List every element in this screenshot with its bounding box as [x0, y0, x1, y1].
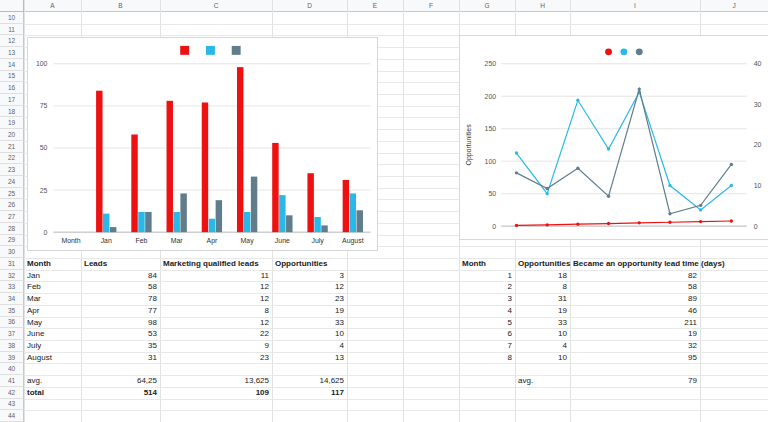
row-header-18[interactable]: 18: [0, 106, 24, 118]
row-header-38[interactable]: 38: [0, 340, 24, 352]
table-cell[interactable]: 4: [459, 305, 515, 317]
table-cell[interactable]: July: [24, 340, 81, 352]
column-header-d[interactable]: D: [272, 0, 347, 12]
table-cell[interactable]: 8: [459, 352, 515, 364]
avg-cell[interactable]: 79: [570, 375, 700, 387]
table-cell[interactable]: 95: [570, 352, 700, 364]
table-cell[interactable]: 35: [81, 340, 160, 352]
table-cell[interactable]: 31: [81, 352, 160, 364]
table-cell[interactable]: June: [24, 328, 81, 340]
table-cell[interactable]: Apr: [24, 305, 81, 317]
table-cell[interactable]: 7: [459, 340, 515, 352]
row-header-32[interactable]: 32: [0, 270, 24, 282]
table-header[interactable]: Opportunities: [272, 258, 347, 270]
row-header-29[interactable]: 29: [0, 235, 24, 247]
row-header-28[interactable]: 28: [0, 223, 24, 235]
table-cell[interactable]: 6: [459, 328, 515, 340]
table-cell[interactable]: 53: [81, 328, 160, 340]
table-cell[interactable]: 11: [160, 270, 272, 282]
row-header-23[interactable]: 23: [0, 164, 24, 176]
row-header-22[interactable]: 22: [0, 153, 24, 165]
table-cell[interactable]: 5: [459, 317, 515, 329]
table-cell[interactable]: 22: [160, 328, 272, 340]
row-header-17[interactable]: 17: [0, 94, 24, 106]
column-header-f[interactable]: F: [403, 0, 459, 12]
table-header[interactable]: Opportunities: [515, 258, 570, 270]
table-cell[interactable]: 3: [272, 270, 347, 282]
table-cell[interactable]: 10: [515, 328, 570, 340]
row-header-20[interactable]: 20: [0, 129, 24, 141]
table-cell[interactable]: 31: [515, 293, 570, 305]
row-header-36[interactable]: 36: [0, 317, 24, 329]
table-cell[interactable]: 12: [160, 317, 272, 329]
row-header-39[interactable]: 39: [0, 352, 24, 364]
row-header-43[interactable]: 43: [0, 399, 24, 411]
table-cell[interactable]: 82: [570, 270, 700, 282]
row-header-12[interactable]: 12: [0, 35, 24, 47]
table-cell[interactable]: 3: [459, 293, 515, 305]
column-header-c[interactable]: C: [160, 0, 272, 12]
avg-cell[interactable]: avg.: [24, 375, 81, 387]
table-cell[interactable]: 12: [160, 293, 272, 305]
table-header[interactable]: Month: [459, 258, 515, 270]
column-header-h[interactable]: H: [515, 0, 570, 12]
table-header[interactable]: Marketing qualified leads: [160, 258, 272, 270]
row-header-44[interactable]: 44: [0, 410, 24, 422]
table-cell[interactable]: 12: [272, 281, 347, 293]
row-header-40[interactable]: 40: [0, 363, 24, 375]
row-header-33[interactable]: 33: [0, 281, 24, 293]
table-cell[interactable]: 19: [272, 305, 347, 317]
row-header-31[interactable]: 31: [0, 258, 24, 270]
table-cell[interactable]: 89: [570, 293, 700, 305]
column-header-e[interactable]: E: [347, 0, 403, 12]
row-header-30[interactable]: 30: [0, 246, 24, 258]
row-header-34[interactable]: 34: [0, 293, 24, 305]
table-cell[interactable]: 12: [160, 281, 272, 293]
table-cell[interactable]: 8: [515, 281, 570, 293]
column-header-i[interactable]: I: [570, 0, 700, 12]
column-header-j[interactable]: J: [700, 0, 768, 12]
row-header-25[interactable]: 25: [0, 188, 24, 200]
row-header-41[interactable]: 41: [0, 375, 24, 387]
table-cell[interactable]: 10: [272, 328, 347, 340]
table-cell[interactable]: 98: [81, 317, 160, 329]
row-header-21[interactable]: 21: [0, 141, 24, 153]
table-cell[interactable]: 8: [160, 305, 272, 317]
line-chart[interactable]: 050100150200250010203040Opportunities: [459, 35, 768, 240]
table-header[interactable]: Leads: [81, 258, 160, 270]
total-cell[interactable]: 117: [272, 387, 347, 399]
total-cell[interactable]: 109: [160, 387, 272, 399]
avg-cell[interactable]: 14,625: [272, 375, 347, 387]
table-cell[interactable]: 19: [515, 305, 570, 317]
row-header-16[interactable]: 16: [0, 82, 24, 94]
table-cell[interactable]: 46: [570, 305, 700, 317]
row-header-10[interactable]: 10: [0, 12, 24, 24]
column-header-b[interactable]: B: [81, 0, 160, 12]
table-cell[interactable]: 84: [81, 270, 160, 282]
row-header-19[interactable]: 19: [0, 117, 24, 129]
total-cell[interactable]: 514: [81, 387, 160, 399]
table-cell[interactable]: 58: [81, 281, 160, 293]
row-header-15[interactable]: 15: [0, 71, 24, 83]
table-cell[interactable]: 1: [459, 270, 515, 282]
table-cell[interactable]: 33: [272, 317, 347, 329]
table-cell[interactable]: 58: [570, 281, 700, 293]
column-header-g[interactable]: G: [459, 0, 515, 12]
table-cell[interactable]: 23: [160, 352, 272, 364]
row-header-13[interactable]: 13: [0, 47, 24, 59]
column-header-a[interactable]: A: [24, 0, 81, 12]
table-cell[interactable]: Mar: [24, 293, 81, 305]
table-cell[interactable]: August: [24, 352, 81, 364]
table-cell[interactable]: 9: [160, 340, 272, 352]
table-cell[interactable]: 211: [570, 317, 700, 329]
table-header[interactable]: Became an opportunity lead time (days): [570, 258, 700, 270]
row-header-27[interactable]: 27: [0, 211, 24, 223]
table-cell[interactable]: Jan: [24, 270, 81, 282]
row-header-42[interactable]: 42: [0, 387, 24, 399]
bar-chart[interactable]: 0255075100MonthJanFebMarAprMayJuneJulyAu…: [27, 37, 378, 251]
avg-cell[interactable]: avg.: [515, 375, 570, 387]
table-cell[interactable]: 4: [272, 340, 347, 352]
table-cell[interactable]: 10: [515, 352, 570, 364]
table-cell[interactable]: 13: [272, 352, 347, 364]
avg-cell[interactable]: 13,625: [160, 375, 272, 387]
